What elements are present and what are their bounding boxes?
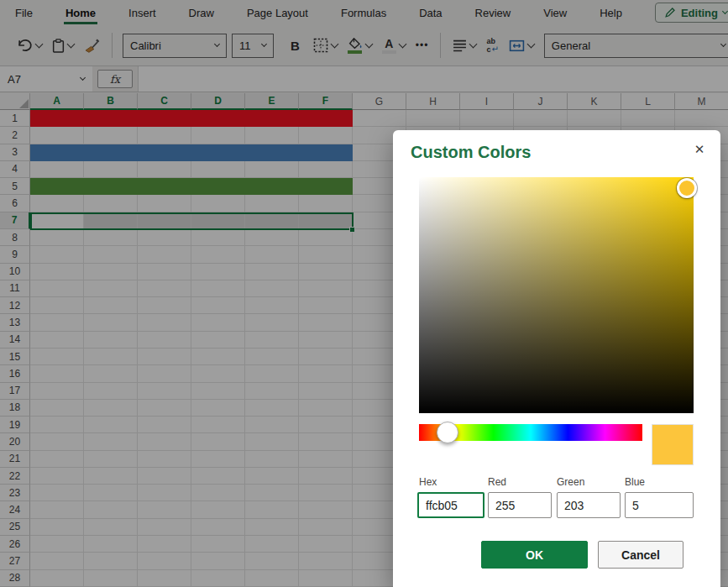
color-preview-swatch	[652, 424, 694, 465]
ok-button[interactable]: OK	[481, 541, 588, 569]
saturation-value-thumb[interactable]	[677, 178, 697, 198]
green-label: Green	[557, 476, 584, 488]
close-button[interactable]: ✕	[687, 137, 712, 162]
dialog-title: Custom Colors	[411, 143, 531, 162]
hue-slider-thumb[interactable]	[437, 422, 458, 443]
custom-colors-dialog: Custom Colors ✕ Hex Red Green Blue OK Ca…	[393, 130, 720, 587]
saturation-value-picker[interactable]	[419, 177, 694, 413]
hex-input[interactable]	[417, 492, 484, 518]
blue-input[interactable]	[625, 492, 694, 518]
hex-label: Hex	[419, 476, 437, 488]
green-input[interactable]	[557, 492, 621, 518]
red-input[interactable]	[488, 492, 552, 518]
red-label: Red	[488, 476, 506, 488]
blue-label: Blue	[625, 476, 645, 488]
close-icon: ✕	[694, 142, 705, 157]
cancel-button[interactable]: Cancel	[598, 541, 683, 569]
